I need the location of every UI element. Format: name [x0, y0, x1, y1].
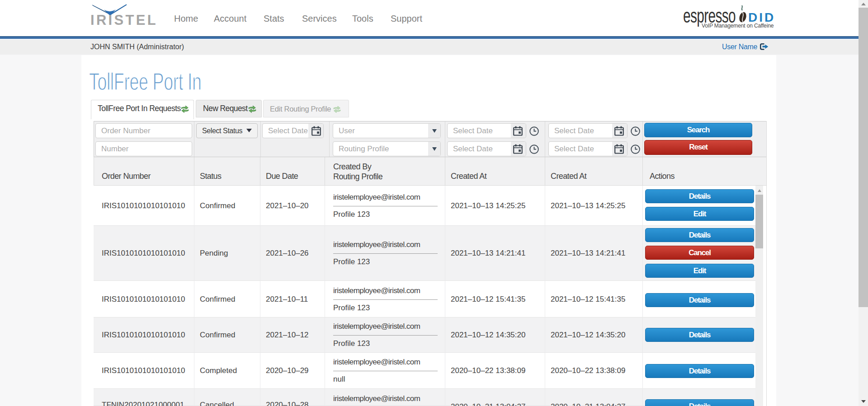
- svg-text:IRISTEL: IRISTEL: [90, 12, 158, 26]
